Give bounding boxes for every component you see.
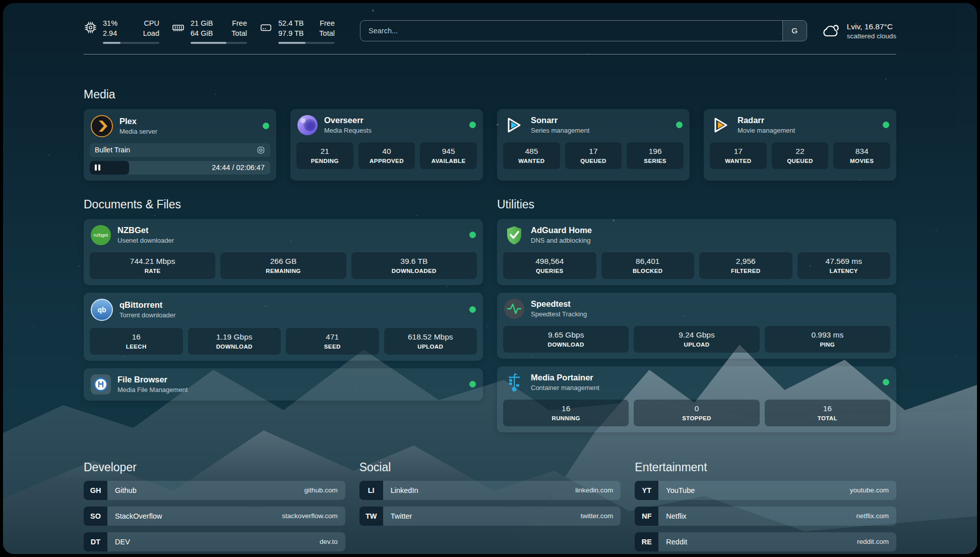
- stat-queries: 498,564QUERIES: [503, 252, 596, 279]
- stat-downloaded: 39.6 TBDOWNLOADED: [351, 252, 477, 279]
- link-tag: RE: [635, 532, 658, 551]
- app-description: Movie management: [738, 127, 795, 134]
- card-plex[interactable]: Plex Media server Bullet Train: [84, 109, 276, 181]
- app-name: Plex: [119, 117, 157, 126]
- section-title-social: Social: [359, 461, 621, 474]
- ram-icon: [171, 21, 185, 34]
- stat-blocked: 86,401BLOCKED: [601, 252, 695, 279]
- stat-total: 16TOTAL: [765, 400, 890, 426]
- app-description: Usenet downloader: [117, 237, 174, 244]
- stat-wanted: 485WANTED: [503, 142, 560, 169]
- card-sonarr[interactable]: Sonarr Series management 485WANTED 17QUE…: [497, 109, 690, 181]
- card-filebrowser[interactable]: File Browser Media File Management: [84, 368, 483, 401]
- app-description: Media Requests: [324, 127, 372, 134]
- app-name: Overseerr: [324, 116, 372, 125]
- cpu-widget: 31%CPU 2.94Load: [84, 18, 159, 44]
- link-url: linkedin.com: [575, 486, 613, 494]
- ram-total-label: Total: [231, 28, 247, 38]
- pause-icon: [95, 164, 100, 171]
- ram-widget: 21 GiBFree 64 GiBTotal: [171, 18, 247, 44]
- disk-widget: 52.4 TBFree 97.9 TBTotal: [259, 18, 335, 44]
- top-bar: 31%CPU 2.94Load 21 GiBFree 64 GiBTotal: [84, 18, 896, 44]
- link-name: Github: [115, 486, 137, 494]
- section-title-developer: Developer: [84, 461, 345, 474]
- section-title-utilities: Utilities: [497, 198, 896, 211]
- media-grid: Plex Media server Bullet Train: [84, 109, 896, 181]
- stat-queued: 17QUEUED: [565, 142, 622, 169]
- section-title-entertainment: Entertainment: [635, 461, 896, 474]
- link-name: Netflix: [666, 512, 686, 520]
- disk-free-label: Free: [320, 18, 335, 28]
- ram-free-label: Free: [232, 18, 247, 28]
- stat-leech: 16LEECH: [90, 328, 183, 355]
- link-twitter[interactable]: TW Twittertwitter.com: [359, 507, 621, 526]
- link-url: dev.to: [320, 538, 338, 545]
- sonarr-icon: [504, 115, 524, 135]
- filebrowser-icon: [91, 374, 111, 395]
- status-dot: [883, 122, 889, 128]
- app-name: Speedtest: [531, 299, 587, 309]
- link-dev[interactable]: DT DEVdev.to: [84, 532, 345, 551]
- app-description: Speedtest Tracking: [531, 310, 587, 318]
- app-description: Torrent downloader: [119, 311, 175, 319]
- portainer-icon: [504, 372, 524, 393]
- player-settings-icon[interactable]: [257, 146, 265, 154]
- link-youtube[interactable]: YT YouTubeyoutube.com: [635, 481, 896, 500]
- search-bar[interactable]: G: [360, 20, 807, 41]
- qbittorrent-icon: qb: [91, 299, 113, 321]
- section-title-documents: Documents & Files: [84, 198, 483, 211]
- link-name: LinkedIn: [391, 486, 418, 494]
- link-netflix[interactable]: NF Netflixnetflix.com: [635, 507, 896, 526]
- stat-latency: 47.569 msLATENCY: [798, 252, 891, 279]
- stat-download: 1.19 GbpsDOWNLOAD: [188, 328, 281, 355]
- link-stackoverflow[interactable]: SO StackOverflowstackoverflow.com: [84, 507, 345, 526]
- cloud-icon: [820, 22, 840, 40]
- card-speedtest[interactable]: Speedtest Speedtest Tracking 9.65 GbpsDO…: [497, 293, 896, 359]
- stat-rate: 744.21 MbpsRATE: [90, 252, 215, 279]
- plex-icon: [91, 115, 113, 137]
- ram-total-value: 64 GiB: [191, 28, 213, 38]
- documents-column: Documents & Files nzbget NZBGet Usenet d…: [84, 198, 483, 432]
- link-linkedin[interactable]: LI LinkedInlinkedin.com: [359, 481, 621, 500]
- adguard-icon: [504, 225, 524, 245]
- link-tag: NF: [635, 507, 658, 526]
- stat-upload: 9.24 GbpsUPLOAD: [634, 326, 759, 353]
- cpu-percent: 31%: [103, 18, 117, 28]
- stat-wanted: 17WANTED: [710, 142, 767, 169]
- social-section: Social LI LinkedInlinkedin.com TW Twitte…: [359, 461, 621, 551]
- weather-widget: Lviv, 16.87°C scattered clouds: [820, 22, 896, 40]
- link-tag: TW: [359, 507, 383, 526]
- link-tag: GH: [84, 481, 107, 500]
- link-reddit[interactable]: RE Redditreddit.com: [635, 532, 896, 551]
- stat-download: 9.65 GbpsDOWNLOAD: [503, 326, 629, 353]
- link-name: DEV: [115, 538, 130, 546]
- card-portainer[interactable]: Media Portainer Container management 16R…: [497, 366, 896, 432]
- link-name: Twitter: [391, 512, 412, 520]
- search-engine-button[interactable]: G: [782, 21, 807, 41]
- status-dot: [883, 379, 889, 385]
- stat-approved: 40APPROVED: [358, 142, 415, 169]
- card-qbittorrent[interactable]: qb qBittorrent Torrent downloader 16LEEC…: [84, 293, 483, 361]
- link-tag: LI: [359, 481, 383, 500]
- stat-ping: 0.993 msPING: [765, 326, 890, 353]
- status-dot: [469, 122, 476, 128]
- app-description: DNS and adblocking: [531, 237, 592, 244]
- app-name: NZBGet: [117, 226, 174, 235]
- card-radarr[interactable]: Radarr Movie management 17WANTED 22QUEUE…: [704, 109, 896, 181]
- app-name: Sonarr: [531, 116, 589, 125]
- card-adguard[interactable]: AdGuard Home DNS and adblocking 498,564Q…: [497, 219, 896, 285]
- link-github[interactable]: GH Githubgithub.com: [84, 481, 345, 500]
- playback-time: 24:44 / 02:06:47: [212, 163, 270, 172]
- utilities-column: Utilities AdGuard Home DNS and adblockin…: [497, 198, 896, 432]
- status-dot: [469, 381, 476, 387]
- app-description: Media File Management: [117, 386, 188, 394]
- app-description: Media server: [119, 128, 157, 135]
- speedtest-icon: [504, 299, 524, 319]
- search-input[interactable]: [360, 21, 782, 41]
- card-nzbget[interactable]: nzbget NZBGet Usenet downloader 744.21 M…: [84, 219, 483, 285]
- card-overseerr[interactable]: Overseerr Media Requests 21PENDING 40APP…: [290, 109, 483, 181]
- app-description: Container management: [531, 384, 599, 392]
- now-playing-title: Bullet Train: [95, 146, 130, 154]
- link-url: netflix.com: [856, 512, 889, 520]
- disk-progress-bar: [278, 42, 335, 44]
